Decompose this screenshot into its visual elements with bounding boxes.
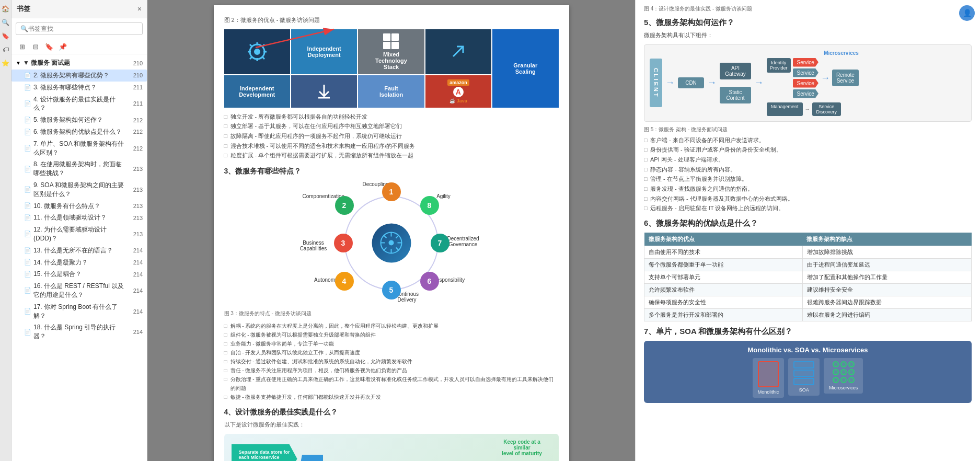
comparison-table: 微服务架构的优点 微服务架构的缺点 自由使用不同的技术 增加故障排除挑战 每个微… <box>644 233 972 321</box>
bookmark-expand-icon[interactable]: ⊞ <box>17 41 27 52</box>
sidebar-tag-icon[interactable]: 🏷 <box>1 45 10 54</box>
table-row-6: 多个服务是并行开发和部署的 难以在服务之间进行编码 <box>644 309 972 321</box>
section5-heading: 5、微服务架构如何运作？ <box>644 18 972 28</box>
bookmark-delete-icon[interactable]: 📌 <box>57 41 68 52</box>
bullet-s2-3: 故障隔离 - 即使此应用程序的一项服务不起作用，系统仍可继续运行 <box>224 131 559 141</box>
bookmark-item-10[interactable]: 📄 11. 什么是领域驱动设计？ 213 <box>11 212 147 224</box>
bullet-s3-1: 解耦 - 系统内的服务在大程度上是分离的，因此，整个应用程序可以轻松构建、更改和… <box>224 321 559 330</box>
bookmark-item-3[interactable]: 📄 4. 设计微服务的最佳实践是什么？ 211 <box>11 94 147 114</box>
orbit-item-4: 4 <box>335 272 354 291</box>
bookmark-item-5[interactable]: 📄 6. 微服务架构的优缺点是什么？ 212 <box>11 126 147 138</box>
bullets-section3: 解耦 - 系统内的服务在大程度上是分离的，因此，整个应用程序可以轻松构建、更改和… <box>224 321 559 401</box>
bookmark-page-3: 211 <box>127 100 143 107</box>
sidebar-star-icon[interactable]: ⭐ <box>1 59 10 68</box>
static-content-box: StaticContent <box>720 87 751 103</box>
orbit-item-3: 3 <box>334 234 353 252</box>
bullet-s2-1: 独立开发 - 所有微服务都可以根据各自的功能轻松开发 <box>224 112 559 122</box>
service-box-2: Service <box>793 68 818 77</box>
bullet-s3-8: 敏捷 - 微服务支持敏捷开发，任何部门都能以快速开发并再次开发 <box>224 393 559 401</box>
bookmark-item-17[interactable]: 📄 18. 什么是 Spring 引导的执行器？ 214 <box>11 321 147 342</box>
bookmark-item-4[interactable]: 📄 5. 微服务架构如何运作？ 212 <box>11 114 147 126</box>
svg-line-9 <box>262 57 264 59</box>
table-row-4: 允许频繁发布软件 建议维持安全安全 <box>644 284 972 296</box>
services-container: IdentityProvider Service Service Service… <box>767 58 859 98</box>
microservices-box-label: Microservices <box>829 385 858 390</box>
bullet-s5-8: 远程服务 - 启用驻留在 IT 设备网络上的远程的访问。 <box>644 203 972 213</box>
bookmark-icon-16: 📄 <box>24 308 31 315</box>
feature-tile-granular: GranularScaling <box>492 29 558 108</box>
step1-label: Separate data store foreach Microservice <box>239 450 290 460</box>
bookmark-page-11: 213 <box>127 231 143 237</box>
step-arrows: Separate data store foreach Microservice… <box>232 444 324 461</box>
right-panel: 图 4：设计微服务的最佳实践 - 微服务访谈问题 5、微服务架构如何运作？ 微服… <box>635 0 980 461</box>
bookmark-icon-12: 📄 <box>24 247 31 254</box>
service-discovery-box: ServiceDiscovery <box>812 102 841 116</box>
bookmark-item-16[interactable]: 📄 17. 你对 Spring Boot 有什么了解？ 214 <box>11 301 147 322</box>
arrow-right-4: → <box>821 73 830 84</box>
sidebar-bookmark-icon[interactable]: 🔖 <box>1 31 10 41</box>
mono-diagram-inner: Monolithic SOA <box>649 358 966 398</box>
bookmark-item-2[interactable]: 📄 3. 微服务有哪些特点？ 211 <box>11 82 147 94</box>
bookmark-item-14[interactable]: 📄 15. 什么是耦合？ 214 <box>11 268 147 280</box>
service-box-1: Service <box>793 58 818 67</box>
bookmark-add-icon[interactable]: 🔖 <box>44 41 54 52</box>
arrow-up-right-icon <box>449 42 467 61</box>
bookmark-item-6[interactable]: 📄 7. 单片、SOA 和微服务架构有什么区别？ 212 <box>11 138 147 159</box>
orbit-item-5: 5 <box>382 281 401 299</box>
bookmark-label-14: 15. 什么是耦合？ <box>33 270 127 279</box>
table-cell-2-1: 每个微服务都侧重于单一功能 <box>644 259 803 271</box>
bookmark-search-box[interactable]: 🔍 <box>16 22 143 35</box>
bullet-s3-7: 分散治理 - 重点在使用正确的工具来做正确的工作，这意味着没有标准化或任务统工作… <box>224 375 559 393</box>
arrow-right-2: → <box>707 77 717 88</box>
mono-block <box>758 361 779 387</box>
bookmark-item-11[interactable]: 📄 12. 为什么需要域驱动设计 (DDD)？ 213 <box>11 224 147 245</box>
bookmark-page-16: 214 <box>127 308 143 315</box>
sidebar-search-icon[interactable]: 🔍 <box>1 18 10 27</box>
bookmark-item-8[interactable]: 📄 9. SOA 和微服务架构之间的主要区别是什么？ 213 <box>11 179 147 200</box>
section-page: 210 <box>127 60 143 66</box>
bookmark-icon-6: 📄 <box>24 145 31 152</box>
bookmark-item-15[interactable]: 📄 16. 什么是 REST / RESTful 以及它的用途是什么？ 214 <box>11 280 147 301</box>
bookmark-item-13[interactable]: 📄 14. 什么是凝聚力？ 214 <box>11 257 147 269</box>
bookmark-search-input[interactable] <box>28 25 138 32</box>
bookmark-item-12[interactable]: 📄 13. 什么是无所不在的语言？ 214 <box>11 245 147 257</box>
bullet-s3-4: 自治 - 开发人员和团队可以彼此独立工作，从而提高速度 <box>224 348 559 357</box>
bookmark-item-9[interactable]: 📄 10. 微服务有什么特点？ 213 <box>11 200 147 212</box>
microservices-label: Microservices <box>767 50 859 56</box>
table-row-3: 支持单个可部署单元 增加了配置和其他操作的工作量 <box>644 271 972 284</box>
bookmark-item-1[interactable]: 📄 2. 微服务架构有哪些优势？ 210 <box>11 70 147 82</box>
keep-code-label: Keep code at a similarlevel of maturity <box>496 439 548 456</box>
mixed-tech-label: MixedTechnologyStack <box>375 51 407 70</box>
bookmark-panel: 书签 × 🔍 ⊞ ⊟ 🔖 📌 ▼ ▼ 微服务 面试题 210 📄 2. 微服务架… <box>11 0 147 461</box>
micro-circle-8 <box>840 377 847 383</box>
bookmark-section-microservice[interactable]: ▼ ▼ 微服务 面试题 210 <box>11 56 147 70</box>
management-discovery-section: Management → ServiceDiscovery <box>767 102 859 116</box>
table-cell-3-2: 增加了配置和其他操作的工作量 <box>802 271 971 284</box>
soa-block-3 <box>793 378 814 385</box>
section7-heading: 7、单片，SOA 和微服务架构有什么区别？ <box>644 327 972 337</box>
mono-diagram-title: Monolithic vs. SOA vs. Microservices <box>649 346 966 354</box>
bullet-s5-5: 管理 - 在节点上平衡服务并识别故障。 <box>644 174 972 184</box>
sidebar-home-icon[interactable]: 🏠 <box>1 4 10 14</box>
bookmark-icon-5: 📄 <box>24 129 31 135</box>
bookmark-label-6: 7. 单片、SOA 和微服务架构有什么区别？ <box>33 140 127 157</box>
pdf-viewer[interactable]: 图 2：微服务的优点 - 微服务访谈问题 <box>147 0 635 461</box>
identity-services-section: Microservices IdentityProvider Service S… <box>767 50 859 116</box>
bookmark-label-15: 16. 什么是 REST / RESTful 以及它的用途是什么？ <box>33 282 127 299</box>
orbit-item-2: 2 <box>335 196 354 215</box>
close-panel-button[interactable]: × <box>137 5 142 13</box>
soa-blocks <box>793 361 814 385</box>
svg-line-24 <box>383 248 386 251</box>
bookmark-label-10: 11. 什么是领域驱动设计？ <box>33 213 127 222</box>
section5-bullets: 客户端 - 来自不同设备的不同用户发送请求。 身份提供商 - 验证用户或客户身份… <box>644 135 972 214</box>
bookmark-collapse-icon[interactable]: ⊟ <box>30 41 41 52</box>
user-avatar[interactable]: 👤 <box>959 5 975 21</box>
micro-circle-5 <box>840 369 847 375</box>
bookmark-item-7[interactable]: 📄 8. 在使用微服务架构时，您面临哪些挑战？ 213 <box>11 158 147 179</box>
section4-heading: 4、设计微服务的最佳实践是什么？ <box>224 408 559 417</box>
bullet-s5-4: 静态内容 - 容纳系统的所有内容。 <box>644 165 972 175</box>
bookmark-icon-15: 📄 <box>24 287 31 294</box>
micro-circle-2 <box>840 361 847 367</box>
pdf-page-left: 图 2：微服务的优点 - 微服务访谈问题 <box>214 5 569 461</box>
bullet-s5-3: API 网关 - 处理客户端请求。 <box>644 155 972 165</box>
